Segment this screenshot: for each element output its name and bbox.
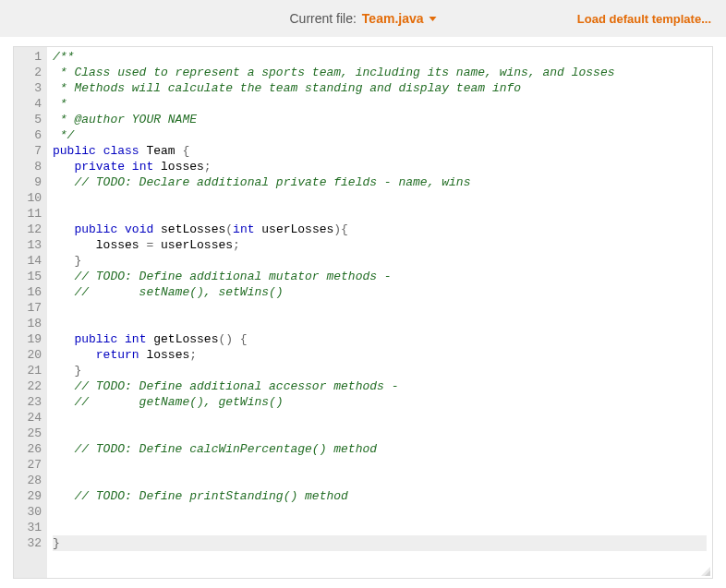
line-number: 14	[14, 253, 42, 269]
line-number: 15	[14, 269, 42, 284]
line-number: 20	[14, 347, 42, 363]
code-line[interactable]	[53, 190, 707, 206]
code-line[interactable]: losses = userLosses;	[53, 237, 707, 253]
line-number: 19	[14, 331, 42, 347]
line-number: 7	[14, 143, 42, 159]
code-line[interactable]: * Class used to represent a sports team,…	[53, 65, 707, 80]
code-line[interactable]	[53, 457, 707, 473]
line-number: 23	[14, 394, 42, 410]
code-line[interactable]: */	[53, 127, 707, 143]
code-line[interactable]: /**	[53, 49, 707, 65]
code-line[interactable]: public void setLosses(int userLosses){	[53, 222, 707, 237]
code-text-area[interactable]: /** * Class used to represent a sports t…	[47, 47, 712, 578]
code-line[interactable]: // TODO: Define additional mutator metho…	[53, 269, 707, 284]
line-number-gutter: 1234567891011121314151617181920212223242…	[14, 47, 47, 578]
line-number: 16	[14, 284, 42, 300]
line-number: 6	[14, 127, 42, 143]
resize-handle-icon[interactable]	[699, 565, 710, 576]
code-line[interactable]: return losses;	[53, 347, 707, 363]
code-line[interactable]	[53, 206, 707, 222]
line-number: 25	[14, 426, 42, 441]
line-number: 29	[14, 488, 42, 504]
editor-header: Current file: Team.java Load default tem…	[0, 0, 726, 37]
code-editor[interactable]: 1234567891011121314151617181920212223242…	[13, 46, 713, 579]
current-file-label: Current file:	[289, 11, 356, 26]
code-line[interactable]: * @author YOUR NAME	[53, 112, 707, 127]
line-number: 32	[14, 535, 42, 551]
line-number: 13	[14, 237, 42, 253]
line-number: 31	[14, 520, 42, 535]
line-number: 4	[14, 96, 42, 112]
code-line[interactable]: // TODO: Define printStanding() method	[53, 488, 707, 504]
code-line[interactable]: // setName(), setWins()	[53, 284, 707, 300]
line-number: 30	[14, 504, 42, 520]
line-number: 22	[14, 378, 42, 394]
code-line[interactable]: // getName(), getWins()	[53, 394, 707, 410]
line-number: 3	[14, 80, 42, 96]
line-number: 9	[14, 174, 42, 190]
line-number: 27	[14, 457, 42, 473]
current-file-name[interactable]: Team.java	[362, 11, 437, 26]
code-line[interactable]: // TODO: Declare additional private fiel…	[53, 174, 707, 190]
line-number: 18	[14, 316, 42, 331]
current-file-name-text: Team.java	[362, 11, 424, 26]
line-number: 1	[14, 49, 42, 65]
code-line[interactable]	[53, 300, 707, 316]
line-number: 24	[14, 410, 42, 426]
line-number: 2	[14, 65, 42, 80]
code-line[interactable]	[53, 520, 707, 535]
code-line[interactable]	[53, 504, 707, 520]
code-line[interactable]: public class Team {	[53, 143, 707, 159]
code-line[interactable]: }	[53, 535, 707, 551]
code-line[interactable]	[53, 426, 707, 441]
line-number: 11	[14, 206, 42, 222]
code-line[interactable]: // TODO: Define additional accessor meth…	[53, 378, 707, 394]
line-number: 10	[14, 190, 42, 206]
line-number: 28	[14, 473, 42, 488]
code-line[interactable]: private int losses;	[53, 159, 707, 174]
line-number: 26	[14, 441, 42, 457]
line-number: 5	[14, 112, 42, 127]
code-line[interactable]	[53, 316, 707, 331]
current-file-selector[interactable]: Current file: Team.java	[289, 11, 436, 26]
code-line[interactable]	[53, 473, 707, 488]
line-number: 12	[14, 222, 42, 237]
code-line[interactable]: }	[53, 363, 707, 378]
editor-container: 1234567891011121314151617181920212223242…	[0, 37, 726, 588]
code-line[interactable]: }	[53, 253, 707, 269]
code-line[interactable]	[53, 410, 707, 426]
load-default-template-link[interactable]: Load default template...	[577, 12, 711, 26]
line-number: 21	[14, 363, 42, 378]
code-line[interactable]: *	[53, 96, 707, 112]
code-line[interactable]: // TODO: Define calcWinPercentage() meth…	[53, 441, 707, 457]
line-number: 8	[14, 159, 42, 174]
code-line[interactable]: * Methods will calculate the team standi…	[53, 80, 707, 96]
code-line[interactable]: public int getLosses() {	[53, 331, 707, 347]
caret-down-icon	[430, 17, 437, 21]
line-number: 17	[14, 300, 42, 316]
